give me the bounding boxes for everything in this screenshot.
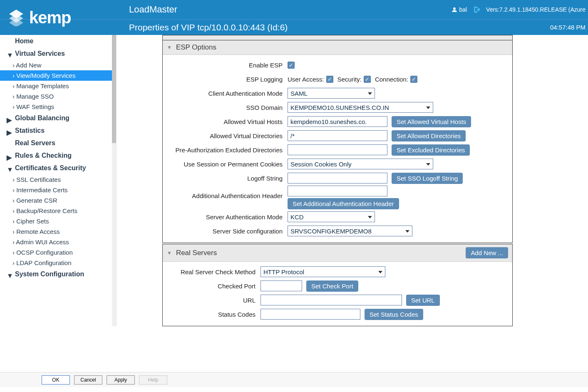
server-side-config-label: Server Side configuration	[167, 228, 288, 235]
checked-port-label: Checked Port	[167, 283, 261, 290]
nav-manage-sso[interactable]: Manage SSO	[0, 91, 116, 102]
logoff-string-label: Logoff String	[167, 175, 288, 182]
brand-text: kemp	[29, 8, 71, 27]
set-url-button[interactable]: Set URL	[406, 295, 440, 306]
nav-home[interactable]: Home	[0, 35, 116, 47]
nav-add-new[interactable]: Add New	[0, 60, 116, 70]
page-title: Properties of VIP tcp/10.0.0.10:443 (Id:…	[129, 22, 288, 32]
sso-domain-select[interactable]: KEMPDEMO10.SUNESHES.CO.IN	[288, 102, 433, 113]
cookies-label: Use Session or Permanent Cookies	[167, 161, 288, 168]
check-method-label: Real Server Check Method	[167, 268, 261, 275]
logout-icon[interactable]	[473, 6, 480, 13]
nav-backup-restore-certs[interactable]: Backup/Restore Certs	[0, 206, 116, 216]
help-button[interactable]: Help	[139, 375, 167, 385]
cookies-select[interactable]: Session Cookies Only	[288, 159, 433, 169]
nav-ldap-configuration[interactable]: LDAP Configuration	[0, 258, 116, 268]
url-label: URL	[167, 297, 261, 304]
brand-logo: kemp	[0, 0, 121, 35]
cancel-button[interactable]: Cancel	[74, 375, 102, 385]
server-auth-mode-select[interactable]: KCD	[288, 211, 375, 222]
real-servers-panel: ▼ Real Servers Add New ... Real Server C…	[162, 244, 513, 326]
esp-options-panel: ▼ ESP Options Enable ESP ✓ ESP Logging U…	[162, 40, 513, 243]
log-user-access-checkbox[interactable]: ✓	[326, 76, 333, 83]
allowed-dirs-input[interactable]	[288, 130, 387, 141]
addauth-header-input[interactable]	[288, 186, 387, 196]
allowed-vhosts-label: Allowed Virtual Hosts	[167, 118, 288, 125]
add-new-real-server-button[interactable]: Add New ...	[466, 247, 508, 258]
nav-system-configuration[interactable]: ▼System Configuration	[0, 268, 116, 280]
set-addauth-header-button[interactable]: Set Additional Authentication Header	[288, 198, 399, 209]
collapse-icon: ▼	[167, 250, 172, 256]
log-connection-checkbox[interactable]: ✓	[410, 76, 417, 83]
user-indicator: bal	[452, 6, 467, 13]
nav-ssl-certificates[interactable]: SSL Certificates	[0, 174, 116, 185]
collapse-icon: ▼	[167, 45, 172, 50]
server-auth-mode-label: Server Authentication Mode	[167, 213, 288, 221]
nav-statistics[interactable]: ▶Statistics	[0, 124, 116, 137]
logoff-string-input[interactable]	[288, 173, 387, 184]
enable-esp-label: Enable ESP	[167, 62, 288, 69]
nav-ocsp-configuration[interactable]: OCSP Configuration	[0, 247, 116, 258]
dialog-footer: OK Cancel Apply Help	[0, 372, 588, 387]
client-auth-mode-select[interactable]: SAML	[288, 88, 375, 99]
clock: 04:57:48 PM	[550, 24, 588, 31]
nav-view-modify-services[interactable]: View/Modify Services	[0, 70, 116, 81]
apply-button[interactable]: Apply	[107, 375, 135, 385]
app-title: LoadMaster	[129, 4, 177, 15]
real-servers-header[interactable]: ▼ Real Servers Add New ...	[163, 244, 512, 262]
set-status-codes-button[interactable]: Set Status Codes	[365, 309, 423, 320]
top-bar: kemp LoadMaster bal Vers:7.2.49.1.18450.…	[0, 0, 588, 19]
sidebar-scrollbar[interactable]	[112, 35, 116, 326]
server-side-config-select[interactable]: SRVSCONFIGKEMPDEMO8	[288, 226, 412, 236]
set-allowed-vhosts-button[interactable]: Set Allowed Virtual Hosts	[392, 116, 471, 127]
set-logoff-string-button[interactable]: Set SSO Logoff String	[392, 173, 463, 184]
preauth-excluded-input[interactable]	[288, 144, 387, 155]
checked-port-input[interactable]	[261, 280, 302, 291]
nav-generate-csr[interactable]: Generate CSR	[0, 195, 116, 206]
content-area: ▼ ESP Options Enable ESP ✓ ESP Logging U…	[117, 35, 588, 326]
log-security-checkbox[interactable]: ✓	[364, 76, 371, 83]
nav-cipher-sets[interactable]: Cipher Sets	[0, 216, 116, 226]
nav-remote-access[interactable]: Remote Access	[0, 226, 116, 237]
nav-admin-wui-access[interactable]: Admin WUI Access	[0, 237, 116, 247]
kemp-logo-icon	[7, 9, 25, 26]
prev-panel-edge	[162, 35, 513, 40]
url-input[interactable]	[261, 295, 402, 305]
svg-point-3	[453, 7, 456, 10]
nav-manage-templates[interactable]: Manage Templates	[0, 81, 116, 91]
client-auth-mode-label: Client Authentication Mode	[167, 90, 288, 97]
check-method-select[interactable]: HTTP Protocol	[261, 266, 385, 277]
ok-button[interactable]: OK	[42, 375, 70, 385]
nav-intermediate-certs[interactable]: Intermediate Certs	[0, 185, 116, 195]
nav-waf-settings[interactable]: WAF Settings	[0, 102, 116, 112]
user-icon	[452, 7, 457, 12]
sidebar: Home ▼Virtual Services Add New View/Modi…	[0, 35, 117, 326]
version-text: Vers:7.2.49.1.18450.RELEASE (Azure	[486, 6, 586, 13]
set-check-port-button[interactable]: Set Check Port	[306, 280, 358, 292]
nav-rules-checking[interactable]: ▶Rules & Checking	[0, 149, 116, 162]
nav-real-servers[interactable]: Real Servers	[0, 137, 116, 149]
esp-options-header[interactable]: ▼ ESP Options	[163, 40, 512, 55]
preauth-excluded-label: Pre-Authorization Excluded Directories	[167, 146, 288, 154]
nav-virtual-services[interactable]: ▼Virtual Services	[0, 47, 116, 60]
allowed-vhosts-input[interactable]	[288, 116, 387, 127]
status-codes-input[interactable]	[261, 309, 360, 320]
status-codes-label: Status Codes	[167, 311, 261, 318]
addauth-header-label: Additional Authentication Header	[167, 186, 288, 199]
enable-esp-checkbox[interactable]: ✓	[288, 62, 295, 69]
allowed-dirs-label: Allowed Virtual Directories	[167, 132, 288, 139]
sso-domain-label: SSO Domain	[167, 104, 288, 111]
nav-global-balancing[interactable]: ▶Global Balancing	[0, 112, 116, 124]
set-allowed-dirs-button[interactable]: Set Allowed Directories	[392, 130, 466, 141]
esp-logging-label: ESP Logging	[167, 76, 288, 83]
nav-certificates-security[interactable]: ▼Certificates & Security	[0, 162, 116, 174]
set-excluded-dirs-button[interactable]: Set Excluded Directories	[392, 144, 470, 156]
